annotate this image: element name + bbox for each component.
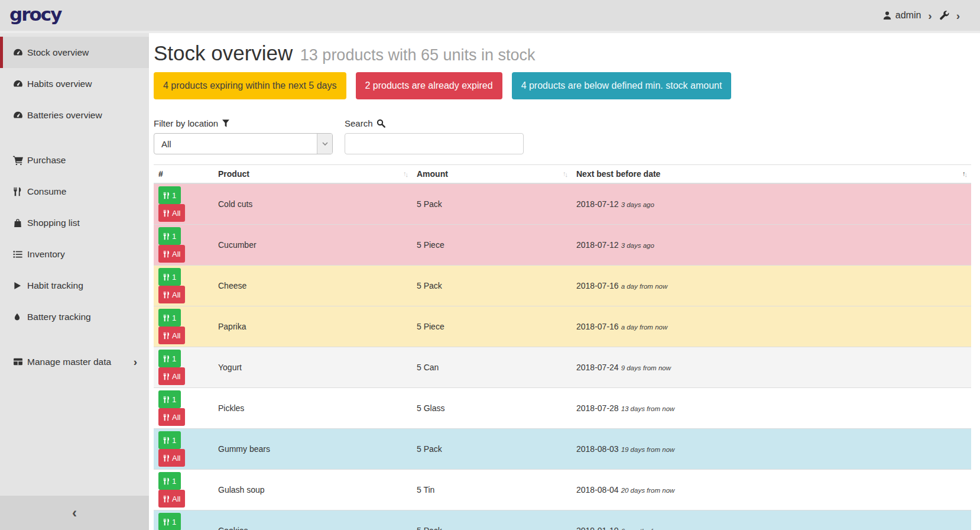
location-filter-label: Filter by location [154, 118, 333, 128]
settings-menu[interactable] [939, 11, 949, 21]
product-name: Yogurt [213, 347, 412, 388]
sidebar-collapse-button[interactable]: ‹ [0, 496, 149, 530]
grocy-app: grocy admin › › Stock ove [0, 0, 980, 530]
consume-one-label: 1 [172, 273, 176, 282]
sidebar-item-label: Habit tracking [27, 280, 83, 291]
amount-value: 5 Piece [412, 225, 572, 266]
topbar: grocy admin › › [0, 0, 980, 33]
utensils-icon [163, 332, 170, 340]
table-row: 1 All Paprika 5 Piece 2018-07-16a day fr… [154, 306, 971, 347]
amount-value: 5 Tin [412, 470, 572, 510]
tachometer-icon [13, 79, 27, 89]
sidebar-item-shopping-list[interactable]: Shopping list [0, 207, 149, 238]
product-name: Gulash soup [213, 470, 412, 510]
sort-asc-icon[interactable]: ↑↓ [962, 170, 966, 177]
table-row: 1 All Cold cuts 5 Pack 2018-07-123 days … [154, 183, 971, 225]
sort-icon[interactable]: ↑↓ [403, 170, 407, 177]
select-arrow [317, 134, 332, 154]
consume-one-button[interactable]: 1 [158, 186, 181, 204]
filters-row: Filter by location All Search [154, 118, 971, 154]
consume-all-button[interactable]: All [158, 245, 185, 263]
page-header: Stock overview 13 products with 65 units… [154, 41, 971, 65]
table-icon [13, 357, 27, 367]
consume-all-button[interactable]: All [158, 327, 185, 344]
column-header-product[interactable]: Product ↑↓ [213, 165, 412, 184]
sidebar-item-habits-overview[interactable]: Habits overview [0, 68, 149, 99]
sidebar-item-label: Manage master data [27, 357, 111, 367]
utensils-icon [163, 454, 170, 462]
consume-one-label: 1 [172, 436, 176, 445]
chevron-right-icon[interactable]: › [954, 10, 962, 21]
consume-one-label: 1 [172, 191, 176, 200]
table-row: 1 All Cookies 5 Pack 2019-01-106 months … [154, 510, 971, 530]
chevron-left-icon: ‹ [72, 506, 77, 520]
row-actions: 1 All [154, 347, 213, 388]
location-select[interactable]: All [154, 133, 333, 154]
droplet-icon [13, 312, 27, 322]
user-menu[interactable]: admin [882, 10, 921, 21]
consume-one-button[interactable]: 1 [158, 350, 181, 367]
consume-all-button[interactable]: All [158, 408, 185, 426]
consume-all-label: All [172, 331, 180, 340]
sidebar-item-label: Consume [27, 186, 66, 197]
consume-one-button[interactable]: 1 [158, 309, 181, 327]
tachometer-icon [13, 110, 27, 120]
consume-all-button[interactable]: All [158, 490, 185, 508]
product-name: Paprika [213, 306, 412, 347]
sidebar-item-habit-tracking[interactable]: Habit tracking [0, 270, 149, 301]
consume-one-label: 1 [172, 477, 176, 486]
product-name: Cold cuts [213, 183, 412, 225]
best-before-date: 2018-08-0420 days from now [572, 470, 971, 510]
consume-one-button[interactable]: 1 [158, 513, 181, 530]
sidebar-item-stock-overview[interactable]: Stock overview [0, 37, 149, 68]
sidebar-item-purchase[interactable]: Purchase [0, 144, 149, 176]
chevron-right-icon[interactable]: › [926, 10, 934, 21]
search-input[interactable] [345, 133, 524, 154]
sidebar-item-inventory[interactable]: Inventory [0, 238, 149, 270]
search-label: Search [345, 118, 524, 128]
expiring-products-button[interactable]: 4 products expiring within the next 5 da… [154, 72, 346, 99]
amount-value: 5 Glass [412, 388, 572, 429]
consume-one-button[interactable]: 1 [158, 390, 181, 408]
sidebar-item-label: Purchase [27, 155, 66, 166]
sidebar: Stock overview Habits overview Batteries… [0, 33, 149, 530]
consume-one-label: 1 [172, 354, 176, 363]
stock-table: # Product ↑↓ Amount ↑↓ [154, 164, 971, 530]
best-before-date: 2018-07-123 days ago [572, 183, 971, 225]
page-subtitle: 13 products with 65 units in stock [300, 46, 536, 64]
sort-icon[interactable]: ↑↓ [563, 170, 567, 177]
page-title: Stock overview [154, 41, 293, 64]
location-select-value: All [154, 139, 317, 149]
consume-all-label: All [172, 454, 180, 463]
user-icon [882, 11, 892, 20]
utensils-icon [163, 373, 170, 380]
consume-one-button[interactable]: 1 [158, 472, 181, 490]
consume-all-button[interactable]: All [158, 449, 185, 467]
consume-all-label: All [172, 250, 180, 258]
column-header-best-before[interactable]: Next best before date ↑↓ [572, 165, 971, 184]
utensils-icon [163, 209, 170, 217]
sidebar-item-label: Battery tracking [27, 312, 91, 322]
table-header-row: # Product ↑↓ Amount ↑↓ [154, 165, 971, 184]
table-row: 1 All Gulash soup 5 Tin 2018-08-0420 day… [154, 470, 971, 510]
app-logo[interactable]: grocy [9, 4, 61, 25]
below-min-stock-button[interactable]: 4 products are below defined min. stock … [512, 72, 732, 99]
sidebar-item-manage-master-data[interactable]: Manage master data › [0, 346, 149, 377]
table-row: 1 All Gummy bears 5 Pack 2018-08-0319 da… [154, 429, 971, 470]
consume-one-button[interactable]: 1 [158, 268, 181, 286]
wrench-icon [939, 11, 949, 21]
consume-all-button[interactable]: All [158, 286, 185, 303]
expired-products-button[interactable]: 2 products are already expired [356, 72, 502, 99]
sidebar-item-battery-tracking[interactable]: Battery tracking [0, 301, 149, 332]
column-header-amount[interactable]: Amount ↑↓ [412, 165, 572, 184]
consume-one-button[interactable]: 1 [158, 227, 181, 245]
sidebar-item-label: Batteries overview [27, 110, 102, 121]
utensils-icon [163, 232, 170, 240]
consume-all-button[interactable]: All [158, 367, 185, 385]
consume-one-button[interactable]: 1 [158, 431, 181, 449]
consume-all-button[interactable]: All [158, 204, 185, 222]
consume-one-label: 1 [172, 518, 176, 526]
best-before-date: 2018-07-249 days from now [572, 347, 971, 388]
sidebar-item-consume[interactable]: Consume [0, 176, 149, 207]
sidebar-item-batteries-overview[interactable]: Batteries overview [0, 99, 149, 131]
